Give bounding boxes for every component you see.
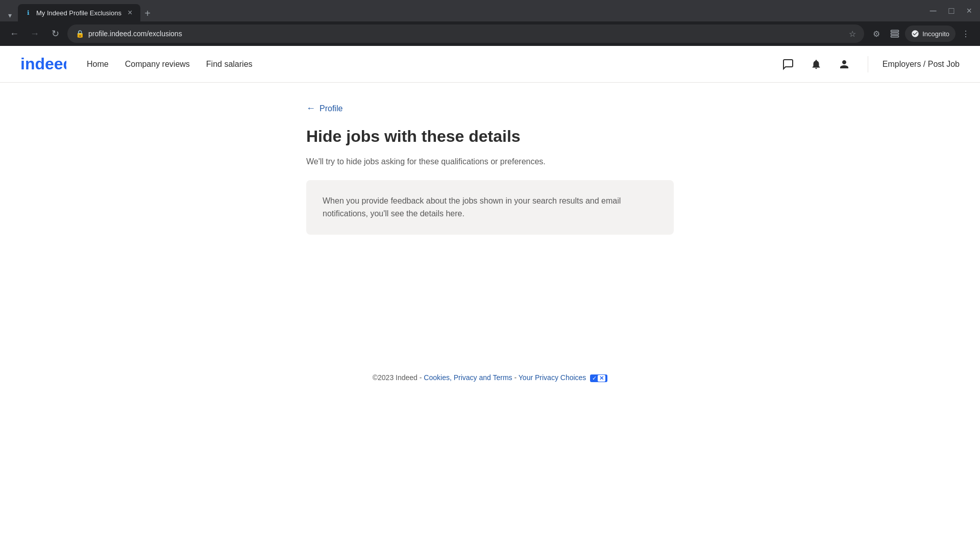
active-tab[interactable]: ℹ My Indeed Profile Exclusions × <box>18 4 140 21</box>
header-divider <box>868 56 868 72</box>
indeed-logo[interactable]: indeed <box>20 54 66 74</box>
notifications-button[interactable] <box>807 56 825 73</box>
browser-toolbar: ← → ↻ 🔒 profile.indeed.com/exclusions ☆ … <box>0 21 980 46</box>
incognito-label: Incognito <box>922 30 949 38</box>
page-main: ← Profile Hide jobs with these details W… <box>296 83 684 271</box>
incognito-button[interactable]: Incognito <box>905 26 955 42</box>
back-label: Profile <box>320 104 342 113</box>
bookmark-icon[interactable]: ☆ <box>849 29 856 39</box>
copyright-text: ©2023 Indeed <box>373 373 418 382</box>
nav-home[interactable]: Home <box>87 60 109 69</box>
back-to-profile-link[interactable]: ← Profile <box>306 103 674 114</box>
window-controls: ─ □ × <box>922 0 980 21</box>
website: indeed Home Company reviews Find salarie… <box>0 46 980 525</box>
header-right: Employers / Post Job <box>779 55 960 73</box>
site-footer: ©2023 Indeed - Cookies, Privacy and Term… <box>0 353 980 403</box>
url-display: profile.indeed.com/exclusions <box>88 30 845 38</box>
back-button[interactable]: ← <box>6 26 22 42</box>
info-box-text: When you provide feedback about the jobs… <box>323 194 657 220</box>
more-options-button[interactable]: ⋮ <box>958 26 974 42</box>
site-header: indeed Home Company reviews Find salarie… <box>0 46 980 83</box>
svg-text:indeed: indeed <box>20 55 66 72</box>
your-privacy-choices-link[interactable]: Your Privacy Choices <box>519 373 586 382</box>
user-account-button[interactable] <box>835 55 853 73</box>
browser-chrome: ▾ ℹ My Indeed Profile Exclusions × + ─ □… <box>0 0 980 46</box>
nav-find-salaries[interactable]: Find salaries <box>206 60 253 69</box>
address-bar[interactable]: 🔒 profile.indeed.com/exclusions ☆ <box>67 24 864 43</box>
browser-profile-button[interactable] <box>887 26 903 42</box>
forward-button[interactable]: → <box>27 26 43 42</box>
minimize-button[interactable]: ─ <box>924 3 943 19</box>
privacy-badge: ✓ ✕ <box>590 374 607 382</box>
tab-close-button[interactable]: × <box>126 8 134 18</box>
toolbar-right: ⚙ Incognito ⋮ <box>868 26 974 42</box>
page-heading: Hide jobs with these details <box>306 126 674 147</box>
tab-switcher-button[interactable]: ▾ <box>4 9 16 21</box>
tab-title: My Indeed Profile Exclusions <box>36 9 121 17</box>
tab-favicon-icon: ℹ <box>24 9 32 17</box>
nav-company-reviews[interactable]: Company reviews <box>125 60 190 69</box>
info-box: When you provide feedback about the jobs… <box>306 180 674 235</box>
extensions-button[interactable]: ⚙ <box>868 26 885 42</box>
main-nav: Home Company reviews Find salaries <box>87 60 779 69</box>
back-arrow-icon: ← <box>306 103 315 114</box>
close-button[interactable]: × <box>960 3 978 19</box>
footer-sep2: - <box>514 373 519 382</box>
tab-bar: ▾ ℹ My Indeed Profile Exclusions × + ─ □… <box>0 0 980 21</box>
page-subtitle: We'll try to hide jobs asking for these … <box>306 156 674 168</box>
svg-rect-0 <box>891 30 899 32</box>
svg-rect-2 <box>891 36 899 37</box>
cookies-privacy-terms-link[interactable]: Cookies, Privacy and Terms <box>424 373 512 382</box>
employers-post-job-link[interactable]: Employers / Post Job <box>883 60 960 69</box>
new-tab-button[interactable]: + <box>140 6 155 21</box>
messages-button[interactable] <box>779 55 797 73</box>
security-icon: 🔒 <box>76 30 84 38</box>
svg-rect-1 <box>891 33 899 35</box>
maximize-button[interactable]: □ <box>943 3 961 19</box>
reload-button[interactable]: ↻ <box>47 26 63 42</box>
